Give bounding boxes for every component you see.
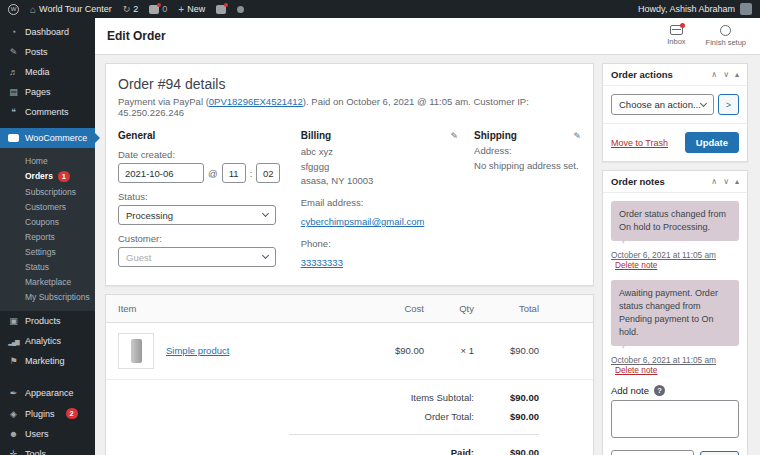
wordpress-menu[interactable]: W [8,4,19,15]
order-total-row: Order Total: $90.00 [289,407,539,426]
move-to-trash-link[interactable]: Move to Trash [611,138,668,148]
paid-label: Paid: [289,447,474,455]
sidebar-item-pages[interactable]: ▤ Pages [0,82,95,102]
account-menu[interactable]: Howdy, Ashish Abraham [638,3,752,15]
page-header: Edit Order Inbox Finish setup [95,18,760,55]
finish-setup-label: Finish setup [706,38,746,47]
submenu-label: Reports [25,232,55,242]
date-created-input[interactable]: 2021-10-06 [118,163,204,183]
finish-setup-button[interactable]: Finish setup [706,25,746,47]
sidebar-item-label: Plugins [25,409,55,419]
order-notes-title: Order notes [611,176,705,187]
status-indicator [237,6,244,13]
edit-billing-icon[interactable]: ✎ [451,131,459,141]
minute-input[interactable]: 02 [256,163,280,183]
sidebar-item-posts[interactable]: ✎ Posts [0,42,95,62]
submenu-item-reports[interactable]: Reports [0,229,95,244]
move-panel-up-icon[interactable]: ∧ [711,177,717,186]
note-date: October 6, 2021 at 11:05 am [611,355,716,365]
transaction-id-link[interactable]: 0PV18296EX4521412 [209,96,303,107]
customer-select[interactable]: Guest [118,247,276,267]
submenu-item-home[interactable]: Home [0,153,95,168]
billing-phone-link[interactable]: 33333333 [301,257,343,268]
add-note-label: Add note [611,385,649,396]
submenu-item-orders[interactable]: Orders 1 [0,168,95,184]
general-heading: General [118,130,155,141]
sidebar-item-label: Analytics [25,336,61,346]
sidebar-item-woocommerce[interactable]: WooCommerce [0,128,95,148]
new-content-link[interactable]: + New [178,4,205,15]
delete-note-link[interactable]: Delete note [615,260,657,270]
items-subtotal-label: Items Subtotal: [289,392,474,403]
time-separator: : [250,168,253,179]
sidebar-item-comments[interactable]: ❝ Comments [0,102,95,122]
move-panel-down-icon[interactable]: ∨ [723,177,729,186]
sidebar-item-media[interactable]: ♬ Media [0,62,95,82]
delete-note-link[interactable]: Delete note [615,365,657,375]
site-name-link[interactable]: ⌂ World Tour Center [30,4,112,15]
submenu-item-marketplace[interactable]: Marketplace [0,274,95,289]
sidebar-item-appearance[interactable]: ✒ Appearance [0,383,95,403]
sidebar-item-plugins[interactable]: ◈ Plugins 2 [0,403,95,424]
billing-email-link[interactable]: cyberchimpsmail@gmail.com [301,216,425,227]
add-note-textarea[interactable] [611,400,739,438]
admin-sidebar: ◔ Dashboard ✎ Posts ♬ Media ▤ Pages ❝ Co… [0,18,95,455]
sidebar-item-products[interactable]: ▣ Products [0,311,95,331]
note-type-select[interactable]: Private note [611,450,694,455]
inbox-button[interactable]: Inbox [667,25,685,47]
submenu-label: Marketplace [25,277,71,287]
move-panel-up-icon[interactable]: ∧ [711,70,717,79]
shipping-section: Shipping ✎ Address: No shipping address … [474,130,581,271]
inbox-label: Inbox [667,37,685,46]
update-button[interactable]: Update [685,132,739,153]
admin-bar: W ⌂ World Tour Center ↻ 2 0 + New [0,0,760,18]
submenu-item-settings[interactable]: Settings [0,244,95,259]
order-action-select[interactable]: Choose an action... [611,94,714,115]
marketing-icon: ⚑ [8,356,19,366]
sidebar-item-users[interactable]: ☻ Users [0,424,95,444]
submenu-item-status[interactable]: Status [0,259,95,274]
billing-section: Billing ✎ abc xyz sfgggg asasa, NY 10003… [301,130,458,271]
customer-value: Guest [126,252,151,263]
add-note-button[interactable]: Add [700,451,739,455]
column-qty: Qty [424,303,474,314]
updates-icon: ↻ [123,4,131,14]
sidebar-item-label: Pages [25,87,51,97]
comments-link[interactable]: 0 [149,4,167,14]
move-panel-down-icon[interactable]: ∨ [723,70,729,79]
updates-count: 2 [133,4,138,14]
edit-shipping-icon[interactable]: ✎ [573,131,581,141]
submenu-item-subscriptions[interactable]: Subscriptions [0,184,95,199]
collapse-panel-icon[interactable]: ▴ [735,177,739,186]
order-note-meta: October 6, 2021 at 11:05 am Delete note [611,250,739,270]
plugins-icon: ◈ [8,409,19,419]
billing-address-line: asasa, NY 10003 [301,174,458,189]
sidebar-item-tools[interactable]: ✛ Tools [0,444,95,455]
apply-action-button[interactable]: > [718,94,739,115]
order-status-select[interactable]: Processing [118,205,276,225]
woocommerce-activity-link[interactable] [216,5,226,14]
analytics-icon: ▂▄▆ [8,338,19,345]
sidebar-item-label: Dashboard [25,27,69,37]
appearance-icon: ✒ [8,388,19,398]
sidebar-item-dashboard[interactable]: ◔ Dashboard [0,22,95,42]
home-icon: ⌂ [30,4,36,15]
submenu-item-customers[interactable]: Customers [0,199,95,214]
sidebar-item-analytics[interactable]: ▂▄▆ Analytics [0,331,95,351]
submenu-item-my-subscriptions[interactable]: My Subscriptions [0,289,95,304]
items-subtotal-value: $90.00 [474,392,539,403]
submenu-item-coupons[interactable]: Coupons [0,214,95,229]
submenu-label: Coupons [25,217,59,227]
customer-label: Customer: [118,233,285,244]
products-icon: ▣ [8,316,19,326]
plugins-count-badge: 2 [66,408,78,419]
hour-input[interactable]: 11 [222,163,246,183]
paid-value: $90.00 [474,447,539,455]
billing-address-line: sfgggg [301,160,458,175]
collapse-panel-icon[interactable]: ▴ [735,70,739,79]
column-cost: Cost [354,303,424,314]
help-tip-icon[interactable]: ? [654,385,665,396]
product-name-link[interactable]: Simple product [166,345,229,356]
sidebar-item-marketing[interactable]: ⚑ Marketing [0,351,95,371]
updates-link[interactable]: ↻ 2 [123,4,139,14]
